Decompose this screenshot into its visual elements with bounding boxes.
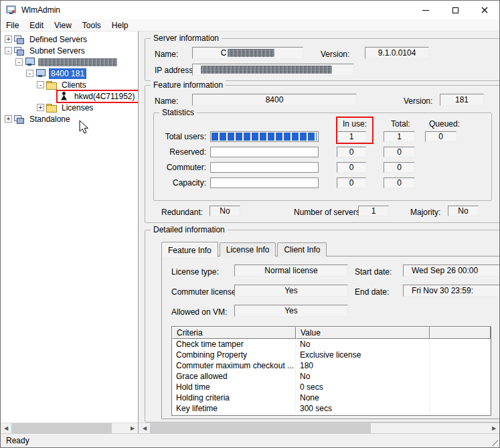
criteria-table-header: Criteria Value	[172, 327, 491, 339]
tree-item-subnet-servers[interactable]: - Subnet Servers	[5, 45, 138, 56]
tree-item-label: Defined Servers	[27, 34, 89, 45]
scroll-right-icon[interactable]: ▶	[489, 423, 499, 434]
scrollbar-track[interactable]	[11, 423, 127, 434]
expand-icon[interactable]: -	[37, 81, 44, 88]
table-row[interactable]: Key lifetime 300 secs	[172, 403, 491, 414]
in-use-value-field: 0	[337, 177, 366, 188]
end-date-value: Fri Nov 30 23:59:	[412, 286, 473, 295]
redacted-server-name-value	[228, 49, 274, 57]
queued-value: 0	[438, 132, 443, 141]
value-cell: No	[296, 371, 430, 382]
table-row[interactable]: Commuter maximum checkout ... 180	[172, 360, 491, 371]
table-row[interactable]: Holding criteria None	[172, 392, 491, 403]
scroll-left-icon[interactable]: ◀	[1, 423, 11, 434]
stat-row-capacity: Capacity: 0 0	[155, 177, 415, 188]
ip-address-field	[192, 64, 354, 76]
tree-item-server-redacted[interactable]: -	[5, 56, 138, 68]
feature-info-groupbox: Feature information Name: 8400 Version: …	[145, 85, 499, 223]
in-use-value: 1	[349, 132, 354, 141]
expand-icon[interactable]: -	[15, 58, 23, 66]
stat-row-commuter: Commuter: 0 0	[155, 162, 415, 173]
menu-bar: File Edit View Tools Help	[1, 19, 499, 31]
server-version-value: 9.1.0.0104	[378, 48, 416, 58]
tab-feature-info[interactable]: Feature Info	[161, 242, 218, 257]
tree-item-licenses[interactable]: + Licenses	[5, 102, 138, 113]
stat-row-label: Commuter:	[155, 163, 210, 172]
server-version-field: 9.1.0.0104	[365, 47, 429, 59]
number-of-servers-field: 1	[358, 206, 389, 216]
stat-row-reserved: Reserved: 0 0	[155, 147, 415, 157]
criteria-cell: Grace allowed	[172, 371, 296, 382]
table-row[interactable]: Combining Property Exclusive license	[172, 350, 491, 360]
details-h-scrollbar[interactable]: ◀ ▶	[139, 423, 499, 433]
table-row[interactable]: Grace allowed No	[172, 371, 491, 382]
value-cell: 300 secs	[296, 403, 430, 414]
start-date-value: Wed Sep 26 00:00	[412, 266, 478, 275]
tree-item-standalone[interactable]: + Standalone	[5, 113, 138, 125]
table-row[interactable]: Hold time 0 secs	[172, 382, 491, 392]
tree-item-defined-servers[interactable]: + Defined Servers	[5, 33, 138, 45]
tree-item-feature-8400[interactable]: - 8400 181	[5, 68, 138, 79]
menu-help[interactable]: Help	[106, 20, 134, 31]
menu-file[interactable]: File	[1, 20, 24, 31]
h-scrollbar-thumb[interactable]	[11, 423, 112, 434]
expand-icon[interactable]: +	[5, 35, 12, 43]
license-type-field: Normal license	[234, 265, 348, 277]
feature-icon	[35, 69, 46, 78]
total-header: Total:	[391, 119, 410, 129]
allowed-on-vm-label: Allowed on VM:	[171, 307, 227, 317]
main-area: + Defined Servers - Subnet Servers -	[1, 31, 499, 433]
resize-grip[interactable]	[489, 437, 498, 446]
minimize-button[interactable]	[411, 1, 440, 19]
redacted-server-name	[38, 58, 117, 66]
in-use-header: In use:	[343, 119, 367, 129]
expand-icon[interactable]: -	[26, 70, 33, 77]
ip-address-label: IP address:	[155, 66, 195, 75]
criteria-cell: Check time tamper	[172, 339, 296, 350]
annotation-highlight-client: hkwd(4C711952)	[56, 90, 139, 103]
usage-progress-bar	[210, 147, 319, 157]
criteria-cell: Key lifetime	[172, 403, 296, 414]
tab-client-info[interactable]: Client Info	[277, 242, 327, 256]
detail-tabs: Feature Info License Info Client Info	[161, 241, 328, 256]
feature-version-field: 181	[440, 94, 484, 106]
table-row[interactable]: Check time tamper No	[172, 339, 491, 350]
window-controls	[411, 1, 499, 19]
majority-label: Majority:	[410, 208, 440, 217]
groupbox-title: Statistics	[159, 108, 197, 117]
redacted-ip-value	[201, 66, 332, 74]
scrollbar-track[interactable]	[150, 423, 489, 434]
commuter-license-value: Yes	[284, 286, 298, 295]
tree-item-clients[interactable]: - Clients	[5, 79, 138, 90]
empty-column-header[interactable]	[430, 327, 491, 339]
h-scrollbar-thumb[interactable]	[150, 423, 371, 434]
tab-license-info[interactable]: License Info	[220, 242, 276, 256]
tree-item-client-hkwd[interactable]: hkwd(4C711952)	[5, 90, 138, 102]
criteria-column-header[interactable]: Criteria	[172, 327, 296, 339]
tree-h-scrollbar[interactable]: ◀ ▶	[1, 423, 138, 433]
statistics-groupbox: Statistics In use: Total: Queued: Total …	[153, 113, 492, 201]
menu-tools[interactable]: Tools	[77, 20, 106, 31]
close-button[interactable]	[470, 1, 499, 19]
minimize-icon	[422, 10, 429, 11]
maximize-button[interactable]	[440, 1, 470, 19]
server-tree: + Defined Servers - Subnet Servers -	[1, 31, 138, 125]
scroll-left-icon[interactable]: ◀	[139, 423, 150, 434]
value-cell: 180	[296, 360, 430, 371]
value-column-header[interactable]: Value	[296, 327, 430, 339]
menu-edit[interactable]: Edit	[24, 20, 49, 31]
criteria-cell: Hold time	[172, 382, 296, 392]
criteria-cell: Holding criteria	[172, 392, 296, 403]
tree-item-label: Standalone	[27, 114, 72, 125]
expand-icon[interactable]: -	[5, 47, 12, 54]
expand-icon[interactable]: +	[5, 115, 12, 123]
criteria-cell: Commuter maximum checkout ...	[172, 360, 296, 371]
feature-info-tab-panel: License type: Normal license Start date:…	[161, 256, 499, 419]
title-bar: WlmAdmin	[1, 1, 499, 19]
commuter-license-label: Commuter license:	[171, 287, 238, 297]
progress-fill	[212, 133, 317, 141]
expand-icon[interactable]: +	[37, 104, 44, 111]
majority-value: No	[458, 206, 468, 216]
menu-view[interactable]: View	[49, 20, 77, 31]
scroll-right-icon[interactable]: ▶	[127, 423, 138, 434]
